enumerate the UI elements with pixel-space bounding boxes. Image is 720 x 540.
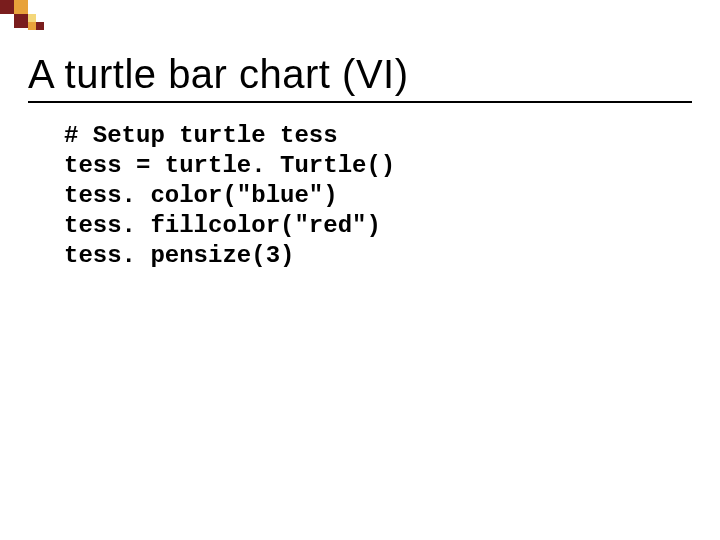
corner-decoration <box>0 0 60 40</box>
code-line: # Setup turtle tess <box>64 122 338 149</box>
title-container: A turtle bar chart (VI) <box>28 52 692 103</box>
slide-title: A turtle bar chart (VI) <box>28 52 692 97</box>
code-line: tess = turtle. Turtle() <box>64 152 395 179</box>
code-line: tess. pensize(3) <box>64 242 294 269</box>
code-line: tess. fillcolor("red") <box>64 212 381 239</box>
code-line: tess. color("blue") <box>64 182 338 209</box>
code-block: # Setup turtle tess tess = turtle. Turtl… <box>64 121 720 271</box>
